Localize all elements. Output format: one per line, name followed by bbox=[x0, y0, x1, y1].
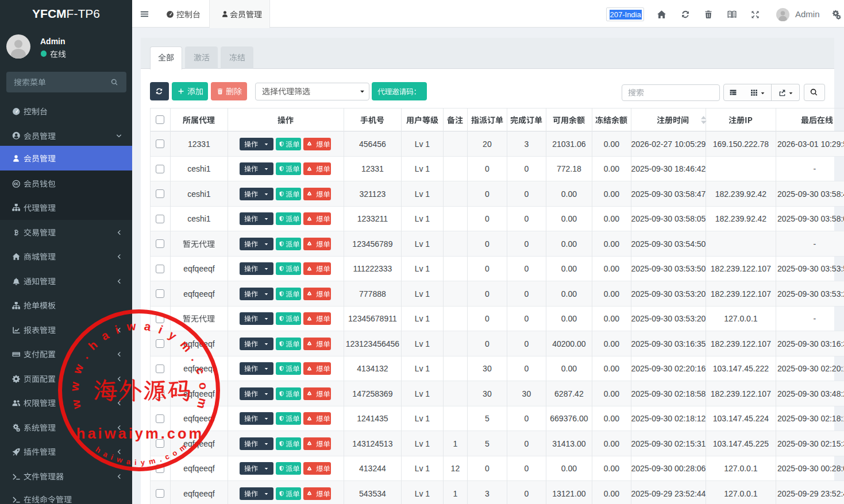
svg-text:www.haiwaiym.com: www.haiwaiym.com bbox=[67, 319, 210, 417]
svg-text:haiwaiym.com: haiwaiym.com bbox=[76, 425, 204, 441]
